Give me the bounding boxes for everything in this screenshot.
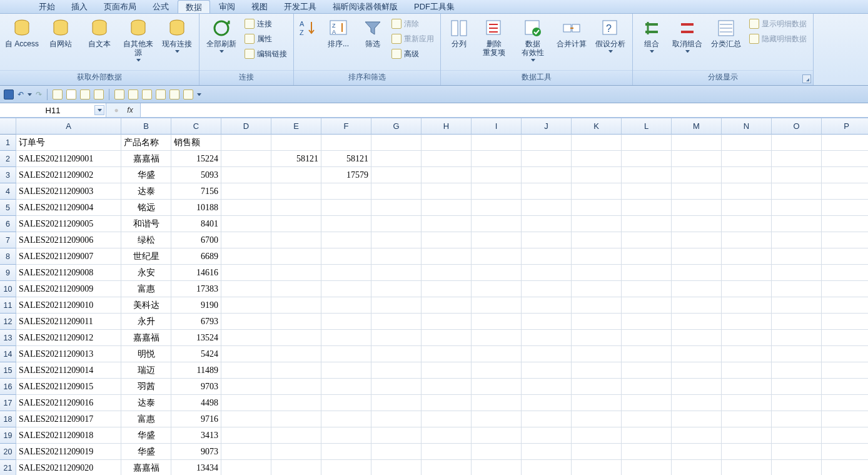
- row-head-21[interactable]: 21: [0, 460, 16, 475]
- tab-公式[interactable]: 公式: [145, 0, 176, 13]
- cell-I8[interactable]: [472, 248, 522, 265]
- cell-L3[interactable]: [622, 167, 672, 183]
- cell-C5[interactable]: 10188: [171, 200, 221, 216]
- tab-插入[interactable]: 插入: [64, 0, 95, 13]
- cell-K3[interactable]: [572, 167, 622, 183]
- cell-M12[interactable]: [672, 314, 722, 330]
- tool-icon-1[interactable]: [114, 89, 124, 100]
- cell-P19[interactable]: [822, 427, 868, 444]
- cell-A9[interactable]: SALES20211209008: [16, 265, 121, 281]
- paste-icon[interactable]: [80, 89, 90, 100]
- cell-F5[interactable]: [321, 200, 371, 216]
- cell-G15[interactable]: [371, 362, 421, 379]
- cell-F4[interactable]: [321, 183, 371, 200]
- row-head-6[interactable]: 6: [0, 216, 16, 232]
- cell-O13[interactable]: [772, 330, 822, 346]
- cell-H1[interactable]: [421, 135, 472, 151]
- col-head-G[interactable]: G: [371, 118, 421, 135]
- cell-O14[interactable]: [772, 346, 822, 362]
- cell-F14[interactable]: [321, 346, 371, 362]
- cell-B8[interactable]: 世纪星: [121, 248, 171, 265]
- cell-M8[interactable]: [672, 248, 722, 265]
- cell-E2[interactable]: 58121: [271, 151, 321, 167]
- cell-P4[interactable]: [822, 183, 868, 200]
- cell-B17[interactable]: 达泰: [121, 395, 171, 411]
- tab-PDF工具集[interactable]: PDF工具集: [406, 0, 462, 13]
- cell-P3[interactable]: [822, 167, 868, 183]
- col-head-L[interactable]: L: [622, 118, 672, 135]
- cell-E5[interactable]: [271, 200, 321, 216]
- cell-O12[interactable]: [772, 314, 822, 330]
- cell-D15[interactable]: [221, 362, 271, 379]
- cell-D2[interactable]: [221, 151, 271, 167]
- cell-F8[interactable]: [321, 248, 371, 265]
- cell-I21[interactable]: [472, 460, 522, 475]
- cell-F13[interactable]: [321, 330, 371, 346]
- cell-D5[interactable]: [221, 200, 271, 216]
- cell-G13[interactable]: [371, 330, 421, 346]
- cell-F17[interactable]: [321, 395, 371, 411]
- cell-I9[interactable]: [472, 265, 522, 281]
- cell-N8[interactable]: [722, 248, 772, 265]
- cell-I12[interactable]: [472, 314, 522, 330]
- row-head-9[interactable]: 9: [0, 265, 16, 281]
- cell-P21[interactable]: [822, 460, 868, 475]
- cell-C2[interactable]: 15224: [171, 151, 221, 167]
- cell-M10[interactable]: [672, 281, 722, 297]
- col-head-F[interactable]: F: [321, 118, 371, 135]
- cell-P15[interactable]: [822, 362, 868, 379]
- conn-small-0[interactable]: 连接: [242, 17, 290, 31]
- row-head-16[interactable]: 16: [0, 379, 16, 395]
- cell-M5[interactable]: [672, 200, 722, 216]
- cell-M2[interactable]: [672, 151, 722, 167]
- cell-L21[interactable]: [622, 460, 672, 475]
- cell-H18[interactable]: [421, 411, 472, 427]
- cell-N12[interactable]: [722, 314, 772, 330]
- cell-G20[interactable]: [371, 444, 421, 460]
- tab-开发工具[interactable]: 开发工具: [276, 0, 324, 13]
- cell-O5[interactable]: [772, 200, 822, 216]
- cell-J15[interactable]: [522, 362, 572, 379]
- cell-K17[interactable]: [572, 395, 622, 411]
- cell-D14[interactable]: [221, 346, 271, 362]
- cell-B10[interactable]: 富惠: [121, 281, 171, 297]
- cell-A3[interactable]: SALES20211209002: [16, 167, 121, 183]
- cell-C7[interactable]: 6700: [171, 232, 221, 248]
- cell-P9[interactable]: [822, 265, 868, 281]
- group-button[interactable]: 组合: [637, 16, 667, 66]
- cell-O9[interactable]: [772, 265, 822, 281]
- row-head-15[interactable]: 15: [0, 362, 16, 379]
- cell-O1[interactable]: [772, 135, 822, 151]
- cell-B19[interactable]: 华盛: [121, 427, 171, 444]
- cell-I4[interactable]: [472, 183, 522, 200]
- cell-A15[interactable]: SALES20211209014: [16, 362, 121, 379]
- cell-K19[interactable]: [572, 427, 622, 444]
- cell-B3[interactable]: 华盛: [121, 167, 171, 183]
- tool-icon-5[interactable]: [169, 89, 179, 100]
- cell-K8[interactable]: [572, 248, 622, 265]
- cell-G8[interactable]: [371, 248, 421, 265]
- cell-D21[interactable]: [221, 460, 271, 475]
- filter-reapply-button[interactable]: 重新应用: [389, 32, 437, 46]
- cell-N3[interactable]: [722, 167, 772, 183]
- cell-J7[interactable]: [522, 232, 572, 248]
- col-head-P[interactable]: P: [822, 118, 868, 135]
- cell-J18[interactable]: [522, 411, 572, 427]
- cell-H6[interactable]: [421, 216, 472, 232]
- col-head-I[interactable]: I: [472, 118, 522, 135]
- cell-M9[interactable]: [672, 265, 722, 281]
- cell-P6[interactable]: [822, 216, 868, 232]
- name-box-dropdown[interactable]: [94, 105, 104, 115]
- cell-I20[interactable]: [472, 444, 522, 460]
- row-head-10[interactable]: 10: [0, 281, 16, 297]
- col-head-C[interactable]: C: [171, 118, 221, 135]
- cell-H10[interactable]: [421, 281, 472, 297]
- row-head-12[interactable]: 12: [0, 314, 16, 330]
- refresh-all-button[interactable]: 全部刷新: [203, 16, 240, 66]
- cell-M20[interactable]: [672, 444, 722, 460]
- cell-N21[interactable]: [722, 460, 772, 475]
- qat-customize-icon[interactable]: [197, 93, 201, 96]
- cell-I15[interactable]: [472, 362, 522, 379]
- row-head-17[interactable]: 17: [0, 395, 16, 411]
- row-head-3[interactable]: 3: [0, 167, 16, 183]
